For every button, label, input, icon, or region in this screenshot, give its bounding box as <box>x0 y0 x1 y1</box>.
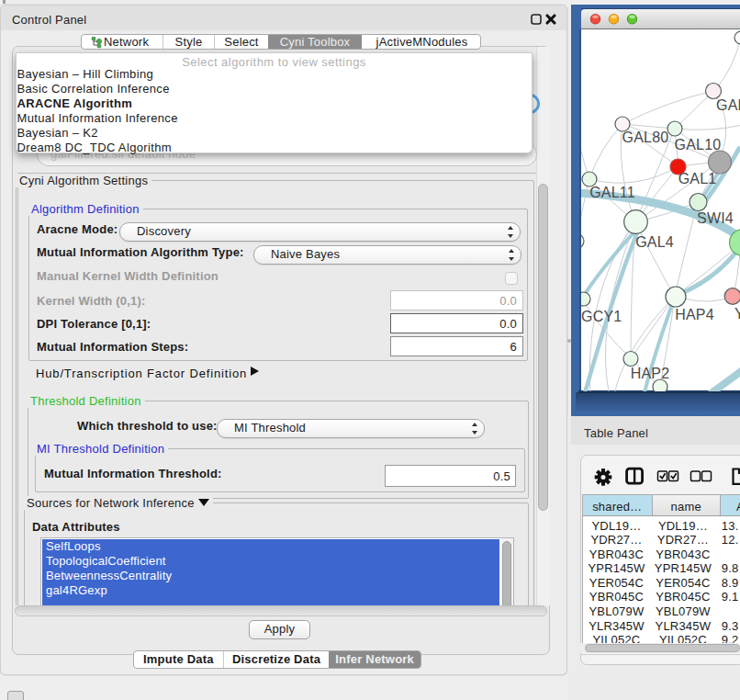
svg-text:SWI4: SWI4 <box>697 210 734 226</box>
svg-text:GAL7: GAL7 <box>716 97 740 113</box>
svg-text:GAL4: GAL4 <box>635 234 674 250</box>
svg-text:GAL80: GAL80 <box>622 130 669 145</box>
svg-text:GAL1: GAL1 <box>678 170 717 186</box>
svg-text:GAL10: GAL10 <box>675 137 722 152</box>
svg-text:HAP2: HAP2 <box>631 366 670 381</box>
svg-text:GCY1: GCY1 <box>581 309 622 324</box>
svg-text:GAL11: GAL11 <box>589 185 635 200</box>
svg-text:HAP4: HAP4 <box>675 306 714 322</box>
svg-text:YMR: YMR <box>734 305 740 321</box>
